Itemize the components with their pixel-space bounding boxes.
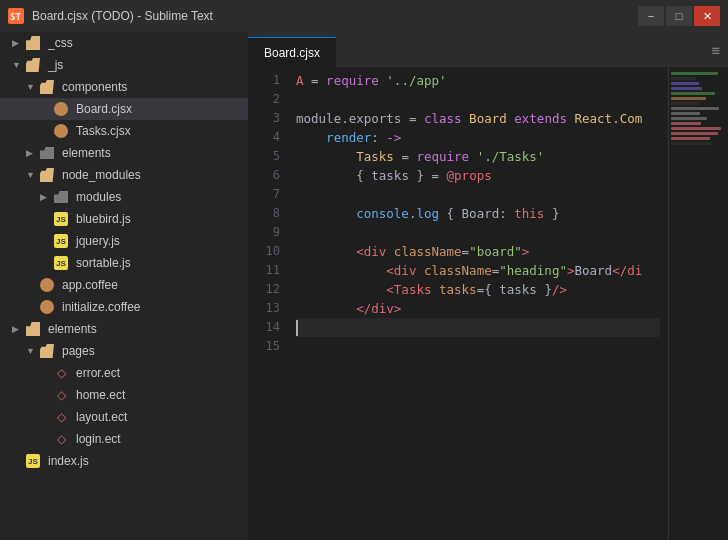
code-line-2	[296, 90, 660, 109]
file-tree-sidebar: ▶_css▼_js▼components Board.cjsx Tasks.cj…	[0, 32, 248, 540]
sidebar-item-label: _css	[48, 36, 73, 50]
sidebar-item-label: pages	[62, 344, 95, 358]
sidebar-item-css[interactable]: ▶_css	[0, 32, 248, 54]
line-number-10: 10	[248, 242, 280, 261]
sidebar-item-label: _js	[48, 58, 63, 72]
line-number-6: 6	[248, 166, 280, 185]
maximize-button[interactable]: □	[666, 6, 692, 26]
sidebar-item-home-ect[interactable]: ◇home.ect	[0, 384, 248, 406]
code-line-1: A = require '../app'	[296, 71, 660, 90]
close-button[interactable]: ✕	[694, 6, 720, 26]
folder-arrow-icon: ▶	[12, 38, 22, 48]
code-content[interactable]: A = require '../app' module.exports = cl…	[288, 67, 668, 540]
line-number-4: 4	[248, 128, 280, 147]
folder-icon	[40, 168, 54, 182]
sidebar-item-label: login.ect	[76, 432, 121, 446]
sidebar-item-label: node_modules	[62, 168, 141, 182]
folder-arrow-icon: ▼	[26, 82, 36, 92]
code-line-5: Tasks = require './Tasks'	[296, 147, 660, 166]
code-line-9	[296, 223, 660, 242]
line-number-12: 12	[248, 280, 280, 299]
window-title: Board.cjsx (TODO) - Sublime Text	[32, 9, 630, 23]
code-line-7	[296, 185, 660, 204]
sidebar-item-layout-ect[interactable]: ◇layout.ect	[0, 406, 248, 428]
main-layout: ▶_css▼_js▼components Board.cjsx Tasks.cj…	[0, 32, 728, 540]
folder-icon	[40, 344, 54, 358]
code-line-3: module.exports = class Board extends Rea…	[296, 109, 660, 128]
line-number-15: 15	[248, 337, 280, 356]
code-line-14	[296, 318, 660, 337]
sidebar-item-login-ect[interactable]: ◇login.ect	[0, 428, 248, 450]
line-number-9: 9	[248, 223, 280, 242]
code-line-15	[296, 337, 660, 356]
coffee-icon	[40, 278, 54, 292]
tab-label: Board.cjsx	[264, 46, 320, 60]
code-line-12: <Tasks tasks={ tasks }/>	[296, 280, 660, 299]
sidebar-item-label: layout.ect	[76, 410, 127, 424]
sidebar-item-tasks-cjsx[interactable]: Tasks.cjsx	[0, 120, 248, 142]
sidebar-item-error-ect[interactable]: ◇error.ect	[0, 362, 248, 384]
sidebar-item-board-cjsx[interactable]: Board.cjsx	[0, 98, 248, 120]
line-number-1: 1	[248, 71, 280, 90]
line-number-8: 8	[248, 204, 280, 223]
sidebar-item-label: bluebird.js	[76, 212, 131, 226]
folder-arrow-icon: ▶	[26, 148, 36, 158]
folder-arrow-icon: ▶	[12, 324, 22, 334]
minimize-button[interactable]: −	[638, 6, 664, 26]
code-line-6: { tasks } = @props	[296, 166, 660, 185]
line-number-2: 2	[248, 90, 280, 109]
sidebar-item-init-coffee[interactable]: initialize.coffee	[0, 296, 248, 318]
folder-arrow-icon: ▼	[12, 60, 22, 70]
sidebar-item-jquery[interactable]: JSjquery.js	[0, 230, 248, 252]
ect-icon: ◇	[54, 388, 68, 402]
sidebar-item-components[interactable]: ▼components	[0, 76, 248, 98]
folder-icon	[26, 322, 40, 336]
sidebar-item-sortable[interactable]: JSsortable.js	[0, 252, 248, 274]
line-number-3: 3	[248, 109, 280, 128]
ect-icon: ◇	[54, 432, 68, 446]
sidebar-item-label: Tasks.cjsx	[76, 124, 131, 138]
sidebar-item-label: components	[62, 80, 127, 94]
sidebar-item-label: initialize.coffee	[62, 300, 141, 314]
ect-icon: ◇	[54, 410, 68, 424]
tab-menu-icon[interactable]: ≡	[712, 42, 728, 58]
sidebar-item-label: elements	[62, 146, 111, 160]
folder-icon	[26, 58, 40, 72]
code-line-10: <div className="board">	[296, 242, 660, 261]
sidebar-item-label: Board.cjsx	[76, 102, 132, 116]
folder-dark-icon	[54, 191, 68, 203]
sidebar-item-label: index.js	[48, 454, 89, 468]
line-number-5: 5	[248, 147, 280, 166]
sidebar-item-pages[interactable]: ▼pages	[0, 340, 248, 362]
window-controls: − □ ✕	[638, 6, 720, 26]
line-number-14: 14	[248, 318, 280, 337]
line-number-13: 13	[248, 299, 280, 318]
sidebar-item-modules[interactable]: ▶modules	[0, 186, 248, 208]
minimap	[668, 67, 728, 540]
sidebar-item-bluebird[interactable]: JSbluebird.js	[0, 208, 248, 230]
sidebar-item-label: modules	[76, 190, 121, 204]
sidebar-item-elements1[interactable]: ▶elements	[0, 142, 248, 164]
active-tab[interactable]: Board.cjsx	[248, 37, 336, 67]
sidebar-item-elements2[interactable]: ▶elements	[0, 318, 248, 340]
js-icon: JS	[54, 234, 68, 248]
code-line-13: </div>	[296, 299, 660, 318]
code-line-11: <div className="heading">Board</di	[296, 261, 660, 280]
coffee-icon	[54, 124, 68, 138]
sidebar-item-label: error.ect	[76, 366, 120, 380]
folder-dark-icon	[40, 147, 54, 159]
sidebar-item-js[interactable]: ▼_js	[0, 54, 248, 76]
sidebar-item-label: home.ect	[76, 388, 125, 402]
sidebar-item-index-js[interactable]: JSindex.js	[0, 450, 248, 472]
sidebar-item-node_modules[interactable]: ▼node_modules	[0, 164, 248, 186]
tab-bar: Board.cjsx ≡	[248, 32, 728, 67]
folder-arrow-icon: ▼	[26, 170, 36, 180]
sidebar-item-label: elements	[48, 322, 97, 336]
code-area[interactable]: 123456789101112131415 A = require '../ap…	[248, 67, 728, 540]
sidebar-item-label: app.coffee	[62, 278, 118, 292]
sidebar-item-app-coffee[interactable]: app.coffee	[0, 274, 248, 296]
sidebar-item-label: sortable.js	[76, 256, 131, 270]
line-number-7: 7	[248, 185, 280, 204]
folder-arrow-icon: ▶	[40, 192, 50, 202]
js-icon: JS	[54, 256, 68, 270]
